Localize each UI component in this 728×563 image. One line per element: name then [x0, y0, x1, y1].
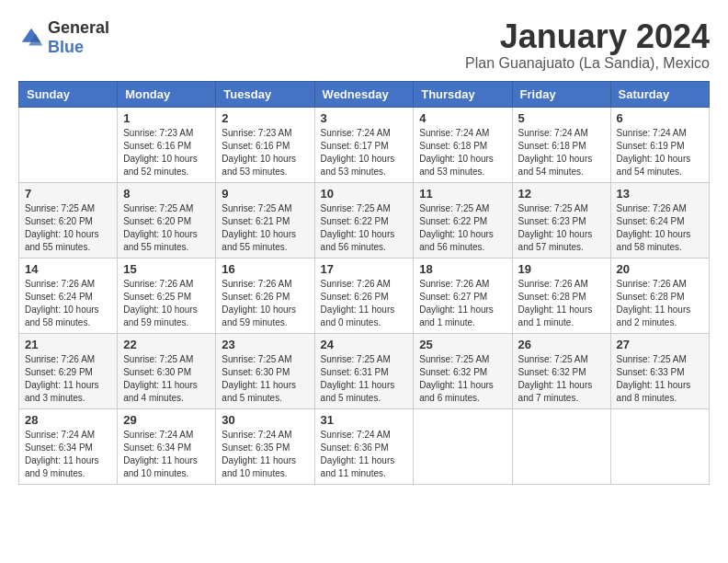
- day-number: 1: [123, 111, 210, 125]
- day-number: 9: [222, 187, 308, 201]
- calendar-cell: 30Sunrise: 7:24 AM Sunset: 6:35 PM Dayli…: [216, 408, 314, 484]
- day-info: Sunrise: 7:24 AM Sunset: 6:18 PM Dayligh…: [518, 127, 605, 178]
- week-row-3: 14Sunrise: 7:26 AM Sunset: 6:24 PM Dayli…: [19, 258, 710, 333]
- day-number: 4: [419, 111, 506, 125]
- calendar-cell: [19, 107, 118, 182]
- calendar-cell: 22Sunrise: 7:25 AM Sunset: 6:30 PM Dayli…: [118, 333, 216, 408]
- calendar-cell: 11Sunrise: 7:25 AM Sunset: 6:22 PM Dayli…: [414, 182, 512, 258]
- day-info: Sunrise: 7:25 AM Sunset: 6:20 PM Dayligh…: [25, 202, 111, 254]
- title-section: January 2024 Plan Guanajuato (La Sandia)…: [465, 18, 710, 72]
- day-number: 27: [617, 338, 703, 351]
- calendar-cell: 6Sunrise: 7:24 AM Sunset: 6:19 PM Daylig…: [610, 107, 709, 182]
- header-wednesday: Wednesday: [314, 81, 414, 107]
- page-header: General Blue January 2024 Plan Guanajuat…: [18, 18, 710, 72]
- day-info: Sunrise: 7:24 AM Sunset: 6:34 PM Dayligh…: [123, 429, 210, 480]
- calendar-cell: 31Sunrise: 7:24 AM Sunset: 6:36 PM Dayli…: [314, 408, 414, 484]
- calendar-cell: 25Sunrise: 7:25 AM Sunset: 6:32 PM Dayli…: [414, 333, 512, 408]
- day-info: Sunrise: 7:26 AM Sunset: 6:24 PM Dayligh…: [617, 202, 703, 254]
- day-info: Sunrise: 7:25 AM Sunset: 6:22 PM Dayligh…: [321, 202, 408, 254]
- day-info: Sunrise: 7:26 AM Sunset: 6:24 PM Dayligh…: [25, 278, 111, 329]
- header-friday: Friday: [512, 81, 610, 107]
- day-info: Sunrise: 7:25 AM Sunset: 6:33 PM Dayligh…: [617, 353, 703, 405]
- day-number: 13: [617, 187, 703, 201]
- calendar-cell: 27Sunrise: 7:25 AM Sunset: 6:33 PM Dayli…: [610, 333, 709, 408]
- header-thursday: Thursday: [414, 81, 512, 107]
- week-row-1: 1Sunrise: 7:23 AM Sunset: 6:16 PM Daylig…: [19, 107, 710, 182]
- calendar-cell: 19Sunrise: 7:26 AM Sunset: 6:28 PM Dayli…: [512, 258, 610, 333]
- calendar-cell: 1Sunrise: 7:23 AM Sunset: 6:16 PM Daylig…: [118, 107, 216, 182]
- calendar-cell: 15Sunrise: 7:26 AM Sunset: 6:25 PM Dayli…: [118, 258, 216, 333]
- day-number: 22: [123, 338, 210, 351]
- location-subtitle: Plan Guanajuato (La Sandia), Mexico: [465, 55, 710, 72]
- logo-blue: Blue: [48, 38, 84, 56]
- calendar-cell: 9Sunrise: 7:25 AM Sunset: 6:21 PM Daylig…: [216, 182, 314, 258]
- day-number: 11: [419, 187, 506, 201]
- day-info: Sunrise: 7:25 AM Sunset: 6:23 PM Dayligh…: [518, 202, 605, 254]
- week-row-4: 21Sunrise: 7:26 AM Sunset: 6:29 PM Dayli…: [19, 333, 710, 408]
- calendar-cell: 16Sunrise: 7:26 AM Sunset: 6:26 PM Dayli…: [216, 258, 314, 333]
- header-sunday: Sunday: [19, 81, 118, 107]
- calendar-cell: 2Sunrise: 7:23 AM Sunset: 6:16 PM Daylig…: [216, 107, 314, 182]
- day-info: Sunrise: 7:26 AM Sunset: 6:25 PM Dayligh…: [123, 278, 210, 329]
- day-info: Sunrise: 7:24 AM Sunset: 6:17 PM Dayligh…: [321, 127, 408, 178]
- day-info: Sunrise: 7:23 AM Sunset: 6:16 PM Dayligh…: [222, 127, 308, 178]
- calendar-cell: 17Sunrise: 7:26 AM Sunset: 6:26 PM Dayli…: [314, 258, 414, 333]
- calendar-cell: 20Sunrise: 7:26 AM Sunset: 6:28 PM Dayli…: [610, 258, 709, 333]
- day-info: Sunrise: 7:25 AM Sunset: 6:30 PM Dayligh…: [222, 353, 308, 405]
- calendar-cell: 5Sunrise: 7:24 AM Sunset: 6:18 PM Daylig…: [512, 107, 610, 182]
- calendar-cell: 18Sunrise: 7:26 AM Sunset: 6:27 PM Dayli…: [414, 258, 512, 333]
- day-info: Sunrise: 7:25 AM Sunset: 6:20 PM Dayligh…: [123, 202, 210, 254]
- calendar-cell: [512, 408, 610, 484]
- calendar-cell: 28Sunrise: 7:24 AM Sunset: 6:34 PM Dayli…: [19, 408, 118, 484]
- header-tuesday: Tuesday: [216, 81, 314, 107]
- day-number: 30: [222, 413, 308, 427]
- logo-icon: [18, 25, 44, 51]
- day-info: Sunrise: 7:25 AM Sunset: 6:22 PM Dayligh…: [419, 202, 506, 254]
- day-info: Sunrise: 7:24 AM Sunset: 6:18 PM Dayligh…: [419, 127, 506, 178]
- day-number: 29: [123, 413, 210, 427]
- day-info: Sunrise: 7:25 AM Sunset: 6:21 PM Dayligh…: [222, 202, 308, 254]
- calendar-cell: 21Sunrise: 7:26 AM Sunset: 6:29 PM Dayli…: [19, 333, 118, 408]
- day-info: Sunrise: 7:26 AM Sunset: 6:26 PM Dayligh…: [321, 278, 408, 329]
- day-info: Sunrise: 7:26 AM Sunset: 6:29 PM Dayligh…: [25, 353, 111, 405]
- day-info: Sunrise: 7:26 AM Sunset: 6:26 PM Dayligh…: [222, 278, 308, 329]
- day-number: 8: [123, 187, 210, 201]
- day-info: Sunrise: 7:24 AM Sunset: 6:34 PM Dayligh…: [25, 429, 111, 480]
- day-number: 18: [419, 262, 506, 276]
- calendar-cell: [414, 408, 512, 484]
- calendar-cell: 3Sunrise: 7:24 AM Sunset: 6:17 PM Daylig…: [314, 107, 414, 182]
- calendar-cell: 29Sunrise: 7:24 AM Sunset: 6:34 PM Dayli…: [118, 408, 216, 484]
- day-info: Sunrise: 7:25 AM Sunset: 6:32 PM Dayligh…: [419, 353, 506, 405]
- calendar-cell: 8Sunrise: 7:25 AM Sunset: 6:20 PM Daylig…: [118, 182, 216, 258]
- day-number: 14: [25, 262, 111, 276]
- day-number: 12: [518, 187, 605, 201]
- day-info: Sunrise: 7:26 AM Sunset: 6:28 PM Dayligh…: [518, 278, 605, 329]
- day-number: 28: [25, 413, 111, 427]
- day-number: 21: [25, 338, 111, 351]
- calendar-cell: 10Sunrise: 7:25 AM Sunset: 6:22 PM Dayli…: [314, 182, 414, 258]
- day-number: 17: [321, 262, 408, 276]
- day-info: Sunrise: 7:25 AM Sunset: 6:32 PM Dayligh…: [518, 353, 605, 405]
- month-title: January 2024: [465, 18, 710, 55]
- calendar-cell: [610, 408, 709, 484]
- day-info: Sunrise: 7:24 AM Sunset: 6:19 PM Dayligh…: [617, 127, 703, 178]
- logo: General Blue: [18, 18, 109, 57]
- calendar-cell: 24Sunrise: 7:25 AM Sunset: 6:31 PM Dayli…: [314, 333, 414, 408]
- day-number: 23: [222, 338, 308, 351]
- calendar-cell: 4Sunrise: 7:24 AM Sunset: 6:18 PM Daylig…: [414, 107, 512, 182]
- calendar-header-row: SundayMondayTuesdayWednesdayThursdayFrid…: [19, 81, 710, 107]
- day-number: 24: [321, 338, 408, 351]
- calendar-cell: 13Sunrise: 7:26 AM Sunset: 6:24 PM Dayli…: [610, 182, 709, 258]
- day-info: Sunrise: 7:25 AM Sunset: 6:31 PM Dayligh…: [321, 353, 408, 405]
- day-number: 26: [518, 338, 605, 351]
- day-number: 15: [123, 262, 210, 276]
- calendar-cell: 23Sunrise: 7:25 AM Sunset: 6:30 PM Dayli…: [216, 333, 314, 408]
- day-info: Sunrise: 7:23 AM Sunset: 6:16 PM Dayligh…: [123, 127, 210, 178]
- calendar-cell: 12Sunrise: 7:25 AM Sunset: 6:23 PM Dayli…: [512, 182, 610, 258]
- week-row-5: 28Sunrise: 7:24 AM Sunset: 6:34 PM Dayli…: [19, 408, 710, 484]
- header-saturday: Saturday: [610, 81, 709, 107]
- day-info: Sunrise: 7:24 AM Sunset: 6:36 PM Dayligh…: [321, 429, 408, 480]
- calendar-cell: 7Sunrise: 7:25 AM Sunset: 6:20 PM Daylig…: [19, 182, 118, 258]
- day-number: 7: [25, 187, 111, 201]
- calendar-cell: 26Sunrise: 7:25 AM Sunset: 6:32 PM Dayli…: [512, 333, 610, 408]
